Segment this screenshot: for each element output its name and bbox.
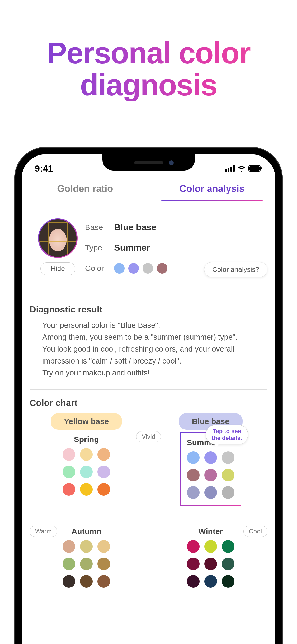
season-autumn[interactable]: Autumn [63, 522, 110, 588]
color-swatch[interactable] [80, 558, 93, 570]
value-base: Blue base [114, 222, 259, 232]
axis-vivid: Vivid [136, 431, 161, 442]
color-swatch[interactable] [187, 540, 200, 553]
color-swatch[interactable] [204, 558, 217, 570]
winter-label: Winter [187, 527, 234, 536]
color-swatch [157, 263, 167, 274]
svg-rect-2 [230, 167, 232, 172]
svg-rect-0 [225, 169, 227, 172]
avatar-column: Hide [38, 218, 78, 275]
label-base: Base [85, 223, 114, 232]
yellow-base-pill: Yellow base [51, 413, 122, 430]
svg-rect-1 [228, 168, 229, 172]
color-swatch[interactable] [80, 448, 93, 461]
axis-horizontal [30, 531, 267, 531]
color-swatch[interactable] [97, 448, 110, 461]
color-chart-title: Color chart [30, 398, 267, 408]
value-type: Summer [114, 242, 259, 253]
color-swatch[interactable] [204, 486, 217, 499]
axis-cool: Cool [243, 526, 267, 537]
color-swatch[interactable] [97, 483, 110, 496]
phone-screen: 9:41 Golden ratio Color analysis [22, 154, 275, 644]
color-swatch[interactable] [222, 540, 234, 553]
svg-rect-5 [249, 166, 260, 171]
color-swatch[interactable] [97, 540, 110, 553]
season-summer-highlight[interactable]: Tap to seethe details. Summer [180, 432, 241, 506]
color-swatch[interactable] [204, 451, 217, 464]
color-swatch[interactable] [222, 575, 234, 588]
cellular-icon [225, 165, 235, 172]
color-swatch [128, 263, 139, 274]
color-swatch[interactable] [63, 466, 75, 478]
diagnostic-text: Your personal color is "Blue Base". Amon… [30, 319, 267, 379]
color-analysis-help[interactable]: Color analysis? [204, 262, 267, 277]
color-swatch[interactable] [63, 540, 75, 553]
hero-title: Personal color diagnosis [0, 37, 297, 101]
color-swatch[interactable] [187, 469, 200, 481]
color-swatch[interactable] [222, 558, 234, 570]
color-swatch [114, 263, 125, 274]
color-swatch[interactable] [80, 575, 93, 588]
color-swatch[interactable] [187, 486, 200, 499]
status-time: 9:41 [35, 163, 53, 174]
color-swatch[interactable] [63, 448, 75, 461]
label-type: Type [85, 243, 114, 252]
color-swatch[interactable] [187, 558, 200, 570]
color-swatch[interactable] [222, 469, 234, 481]
color-swatch[interactable] [80, 540, 93, 553]
spring-label: Spring [63, 435, 110, 444]
avatar[interactable] [38, 218, 78, 258]
diagnostic-title: Diagnostic result [30, 304, 267, 315]
color-swatch[interactable] [97, 575, 110, 588]
color-swatch[interactable] [187, 451, 200, 464]
autumn-label: Autumn [63, 527, 110, 536]
phone-frame: 9:41 Golden ratio Color analysis [14, 147, 283, 644]
quadrant-spring: Yellow base Spring [30, 413, 143, 514]
color-swatch[interactable] [63, 483, 75, 496]
color-swatch[interactable] [222, 451, 234, 464]
diagnostic-section: Diagnostic result Your personal color is… [30, 304, 267, 379]
content: Hide Base Blue base Type Summer Color Co… [22, 201, 275, 596]
color-swatch[interactable] [97, 466, 110, 478]
color-swatch[interactable] [80, 466, 93, 478]
season-winter[interactable]: Winter [187, 522, 234, 588]
tabs: Golden ratio Color analysis [22, 177, 275, 201]
tab-golden-ratio[interactable]: Golden ratio [22, 177, 149, 201]
color-chart: Vivid Warm Cool Yellow base Spring Blue … [30, 413, 267, 596]
color-swatch[interactable] [204, 469, 217, 481]
color-swatch[interactable] [80, 483, 93, 496]
hide-button[interactable]: Hide [40, 262, 75, 275]
color-swatch[interactable] [97, 558, 110, 570]
axis-vertical [149, 436, 149, 596]
color-swatch[interactable] [204, 540, 217, 553]
color-swatch[interactable] [204, 575, 217, 588]
notch [102, 154, 195, 171]
quadrant-summer: Blue base Tap to seethe details. Summer [154, 413, 268, 514]
color-swatch[interactable] [187, 575, 200, 588]
axis-warm: Warm [30, 526, 57, 537]
color-swatch [143, 263, 153, 274]
divider [30, 389, 267, 390]
tooltip-tap-details: Tap to seethe details. [206, 425, 248, 445]
wifi-icon [237, 165, 246, 172]
tab-color-analysis[interactable]: Color analysis [149, 177, 276, 201]
status-icons [225, 165, 262, 172]
color-swatch[interactable] [63, 575, 75, 588]
svg-rect-6 [261, 167, 262, 169]
label-color: Color [85, 264, 114, 273]
battery-icon [248, 165, 262, 172]
color-swatch[interactable] [222, 486, 234, 499]
color-swatch[interactable] [63, 558, 75, 570]
svg-rect-3 [233, 165, 235, 172]
season-spring[interactable]: Spring [63, 430, 110, 496]
